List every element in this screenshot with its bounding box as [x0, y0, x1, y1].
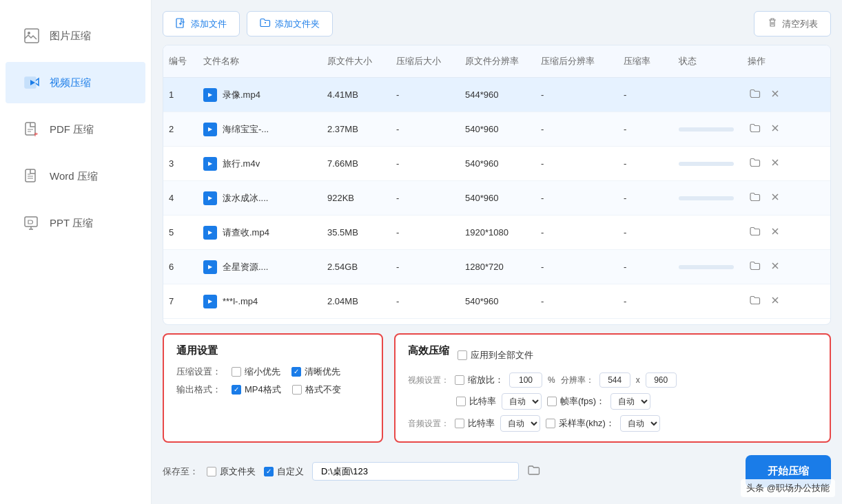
fps-select[interactable]: 自动: [610, 393, 650, 410]
image-icon: [22, 26, 41, 45]
sample-rate-checkbox[interactable]: [546, 419, 555, 428]
table-row[interactable]: 3 旅行.m4v 7.66MB - 540*960 - -: [163, 147, 830, 181]
apply-all-option[interactable]: 应用到全部文件: [458, 349, 533, 361]
table-row[interactable]: 4 泼水成冰.... 922KB - 540*960 - -: [163, 181, 830, 216]
sidebar-item-word[interactable]: Word 压缩: [6, 156, 145, 197]
original-folder-option[interactable]: 原文件夹: [207, 465, 256, 478]
custom-path-option[interactable]: 自定义: [264, 465, 304, 478]
sidebar-item-pdf[interactable]: P PDF 压缩: [6, 109, 145, 150]
cell-status: [673, 87, 742, 103]
open-folder-btn[interactable]: [748, 258, 763, 275]
fps-option[interactable]: 帧率(fps)：: [547, 395, 605, 408]
delete-row-btn[interactable]: [768, 121, 782, 137]
bottom-panels: 通用设置 压缩设置： 缩小优先 清晰优先: [163, 333, 831, 443]
bitrate-label: 比特率: [469, 395, 496, 408]
cell-name: 录像.mp4: [198, 80, 322, 110]
res-w-input[interactable]: [599, 372, 630, 388]
general-settings-panel: 通用设置 压缩设置： 缩小优先 清晰优先: [163, 333, 383, 443]
delete-row-btn[interactable]: [768, 87, 782, 103]
scale-input[interactable]: [509, 372, 542, 388]
file-table: 编号 文件名称 原文件大小 压缩后大小 原文件分辨率 压缩后分辨率 压缩率 状态…: [163, 45, 831, 325]
clear-first-checkbox[interactable]: [291, 367, 301, 377]
table-row[interactable]: 5 请查收.mp4 35.5MB - 1920*1080 - -: [163, 216, 830, 250]
video-file-icon: [203, 88, 217, 102]
audio-settings-label: 音频设置：: [408, 418, 449, 430]
audio-bitrate-checkbox[interactable]: [455, 419, 464, 428]
browse-folder-button[interactable]: [527, 463, 541, 479]
toolbar: 添加文件 添加文件夹 清空列表: [163, 11, 831, 36]
bitrate-checkbox[interactable]: [456, 397, 466, 406]
original-folder-checkbox[interactable]: [207, 467, 216, 476]
open-folder-btn[interactable]: [748, 189, 763, 207]
audio-bitrate-label: 比特率: [468, 417, 495, 430]
table-row[interactable]: 1 录像.mp4 4.41MB - 544*960 - -: [163, 78, 830, 112]
audio-bitrate-select[interactable]: 自动: [500, 415, 540, 432]
mp4-format-option[interactable]: MP4格式: [232, 384, 281, 396]
sidebar-item-label-video: 视频压缩: [50, 76, 91, 90]
sidebar-item-label-word: Word 压缩: [50, 170, 98, 183]
delete-row-btn[interactable]: [768, 259, 782, 275]
open-folder-btn[interactable]: [748, 86, 763, 103]
advanced-header: 高效压缩 应用到全部文件: [408, 344, 817, 366]
trash-icon: [767, 17, 778, 30]
open-folder-btn[interactable]: [748, 224, 763, 241]
cell-orig-res: 544*960: [460, 81, 535, 108]
svg-point-1: [28, 32, 30, 34]
cell-comp-res: -: [535, 81, 618, 108]
fps-checkbox[interactable]: [547, 397, 557, 406]
col-comp-res: 压缩后分辨率: [535, 52, 618, 70]
delete-row-btn[interactable]: [768, 293, 782, 309]
sidebar-item-image[interactable]: 图片压缩: [6, 15, 145, 56]
pdf-icon: P: [22, 120, 41, 139]
table-row[interactable]: 7 ***l-.mp4 2.04MB - 540*960 - -: [163, 284, 830, 319]
svg-rect-8: [176, 19, 183, 28]
col-orig-size: 原文件大小: [322, 52, 391, 70]
sample-rate-select[interactable]: 自动: [620, 415, 660, 432]
table-row[interactable]: 2 海绵宝宝-... 2.37MB - 540*960 - -: [163, 112, 830, 147]
shrink-first-option[interactable]: 缩小优先: [232, 366, 280, 378]
cell-ratio: -: [618, 81, 673, 108]
clear-first-option[interactable]: 清晰优先: [291, 366, 340, 378]
output-options: MP4格式 格式不变: [232, 384, 341, 396]
bitrate-select[interactable]: 自动: [502, 393, 542, 410]
res-h-input[interactable]: [646, 372, 677, 388]
col-status: 状态: [673, 52, 742, 70]
bitrate-option[interactable]: 比特率: [456, 395, 496, 408]
word-icon: [22, 167, 41, 186]
advanced-compress-panel: 高效压缩 应用到全部文件 视频设置： 缩放比： % 分辨率：: [394, 333, 831, 443]
delete-row-btn[interactable]: [768, 156, 782, 171]
shrink-first-checkbox[interactable]: [232, 367, 241, 377]
open-folder-btn[interactable]: [748, 155, 763, 172]
mp4-format-checkbox[interactable]: [232, 385, 241, 395]
audio-bitrate-option[interactable]: 比特率: [455, 417, 495, 430]
col-ratio: 压缩率: [618, 52, 673, 70]
sidebar-item-video[interactable]: 视频压缩: [6, 62, 145, 103]
sample-rate-option[interactable]: 采样率(khz)：: [546, 417, 615, 430]
sidebar-item-label-image: 图片压缩: [50, 30, 91, 43]
video-icon: [22, 73, 41, 92]
add-folder-button[interactable]: 添加文件夹: [247, 11, 333, 36]
keep-format-option[interactable]: 格式不变: [292, 384, 341, 396]
cell-comp-size: -: [391, 81, 460, 108]
apply-all-checkbox[interactable]: [458, 350, 467, 360]
custom-path-checkbox[interactable]: [264, 467, 274, 476]
col-id: 编号: [163, 52, 198, 70]
clear-list-button[interactable]: 清空列表: [754, 11, 831, 36]
delete-row-btn[interactable]: [768, 190, 782, 206]
keep-format-checkbox[interactable]: [292, 385, 302, 395]
open-folder-btn[interactable]: [748, 293, 763, 310]
open-folder-btn[interactable]: [748, 120, 763, 138]
table-row[interactable]: 6 全星资源.... 2.54GB - 1280*720 - -: [163, 250, 830, 284]
add-file-button[interactable]: 添加文件: [163, 11, 240, 36]
output-label: 输出格式：: [176, 384, 225, 396]
scale-option[interactable]: 缩放比：: [455, 374, 504, 386]
sidebar-item-ppt[interactable]: PPT 压缩: [6, 202, 145, 244]
save-path-label: 保存至：: [163, 465, 198, 478]
col-action: 操作: [742, 52, 797, 70]
scale-checkbox[interactable]: [455, 375, 464, 385]
cell-orig-size: 4.41MB: [322, 81, 391, 108]
video-file-icon: [203, 157, 217, 171]
delete-row-btn[interactable]: [768, 224, 782, 240]
path-input[interactable]: [312, 462, 519, 481]
scale-unit: %: [548, 375, 555, 385]
